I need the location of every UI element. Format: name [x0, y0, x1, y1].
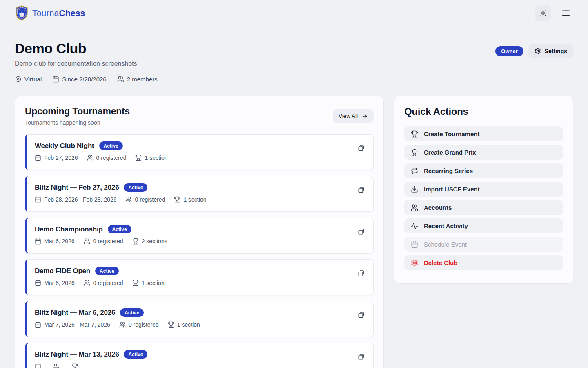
main-content: Demo Club Demo club for documentation sc… — [0, 26, 588, 368]
tournament-date-label: Mar 7, 2026 - Mar 7, 2026 — [44, 321, 110, 328]
quick-action-label: Create Grand Prix — [424, 149, 476, 156]
tournament-sections: 1 section — [132, 280, 165, 286]
quick-action-item[interactable]: Import USCF Event — [404, 182, 563, 197]
tournament-card[interactable]: Demo FIDE Open Active Mar 6, 2026 0 regi… — [25, 259, 374, 295]
tournament-registered-label: 0 registered — [129, 321, 159, 328]
gear-icon — [411, 259, 418, 267]
svg-text:♚: ♚ — [18, 10, 24, 18]
tournament-status-badge: Active — [124, 350, 147, 359]
duplicate-tournament-button[interactable] — [357, 310, 366, 319]
tournament-card[interactable]: Demo Championship Active Mar 6, 2026 0 r… — [25, 218, 374, 254]
brand-name-part1: Tourna — [32, 8, 59, 18]
location-icon — [15, 76, 22, 83]
quick-action-label: Delete Club — [424, 259, 458, 266]
quick-actions-panel: Quick Actions Create Tournament Create G… — [394, 96, 573, 284]
calendar-icon — [35, 196, 41, 203]
duplicate-tournament-button[interactable] — [357, 144, 366, 153]
header-actions — [535, 5, 573, 21]
copy-icon — [358, 228, 365, 235]
brand-name-part2: Chess — [59, 8, 85, 18]
quick-action-item[interactable]: Recent Activity — [404, 218, 563, 233]
tournament-name: Blitz Night — Feb 27, 2026 — [35, 184, 119, 192]
users-icon — [84, 280, 90, 286]
tournament-sections — [71, 363, 81, 368]
calendar-icon — [52, 76, 59, 83]
tournament-sections: 1 section — [174, 196, 206, 203]
tournament-date-label: Mar 6, 2026 — [44, 238, 75, 245]
tournament-date: Mar 6, 2026 — [35, 238, 75, 245]
club-since-label: Since 2/20/2026 — [62, 76, 106, 83]
users-icon — [87, 155, 94, 161]
tournament-card[interactable]: Weekly Club Night Active Feb 27, 2026 0 … — [25, 134, 374, 170]
trophy-icon — [132, 280, 139, 286]
quick-action-item[interactable]: Recurring Series — [404, 163, 563, 178]
settings-button[interactable]: Settings — [528, 44, 573, 58]
tournament-date: Mar 7, 2026 - Mar 7, 2026 — [35, 321, 110, 328]
club-header: Demo Club Demo club for documentation sc… — [15, 41, 573, 83]
tournament-sections: 1 section — [135, 155, 167, 161]
tournament-sections: 1 section — [168, 321, 200, 328]
sun-icon — [539, 9, 547, 17]
trophy-icon — [135, 155, 142, 161]
upcoming-subtitle: Tournaments happening soon — [25, 119, 130, 126]
users-icon — [411, 204, 418, 211]
club-members: 2 members — [117, 76, 158, 83]
duplicate-tournament-button[interactable] — [357, 352, 366, 361]
tournament-status-badge: Active — [95, 267, 119, 275]
club-location: Virtual — [15, 76, 42, 83]
trophy-icon — [411, 130, 418, 138]
view-all-button[interactable]: View All — [333, 109, 374, 123]
tournament-registered-label: 0 registered — [96, 155, 127, 161]
tournament-date-label: Feb 27, 2026 — [44, 155, 78, 161]
calendar-icon — [35, 238, 41, 245]
quick-action-item[interactable]: Create Tournament — [404, 126, 563, 141]
page-title: Demo Club — [15, 41, 158, 56]
users-icon — [119, 321, 126, 328]
quick-action-item[interactable]: Create Grand Prix — [404, 145, 563, 160]
chess-shield-logo-icon: ♚ — [15, 5, 29, 21]
arrow-right-icon — [361, 113, 368, 119]
tournament-sections-label: 1 section — [145, 155, 167, 161]
tournament-card[interactable]: Blitz Night — Feb 27, 2026 Active Feb 28… — [25, 176, 374, 212]
quick-action-label: Accounts — [424, 204, 452, 211]
users-icon — [53, 363, 60, 368]
quick-action-item[interactable]: Accounts — [404, 200, 563, 215]
upcoming-title: Upcoming Tournaments — [25, 106, 130, 117]
tournament-status-badge: Active — [99, 141, 123, 150]
trophy-icon — [132, 238, 139, 245]
calendar-icon — [411, 241, 418, 248]
tournament-sections-label: 2 sections — [142, 238, 167, 245]
tournament-card[interactable]: Blitz Night — Mar 6, 2026 Active Mar 7, … — [25, 301, 374, 337]
quick-action-item[interactable]: Delete Club — [404, 255, 563, 270]
tournament-name: Blitz Night — Mar 13, 2026 — [35, 350, 119, 359]
repeat-icon — [411, 167, 418, 175]
brand-logo[interactable]: ♚ TournaChess — [15, 5, 85, 21]
club-description: Demo club for documentation screenshots — [15, 60, 158, 67]
tournament-card[interactable]: Blitz Night — Mar 13, 2026 Active — [25, 343, 374, 368]
duplicate-tournament-button[interactable] — [357, 227, 366, 236]
tournament-name: Blitz Night — Mar 6, 2026 — [35, 309, 115, 317]
view-all-label: View All — [339, 113, 358, 119]
tournament-date — [35, 363, 44, 368]
duplicate-tournament-button[interactable] — [357, 185, 366, 194]
users-icon — [117, 76, 124, 83]
tournament-name: Demo Championship — [35, 225, 103, 233]
club-location-label: Virtual — [24, 76, 42, 83]
trophy-icon — [174, 196, 180, 203]
users-icon — [125, 196, 132, 203]
duplicate-tournament-button[interactable] — [357, 269, 366, 278]
quick-action-label: Recent Activity — [424, 222, 468, 229]
quick-action-label: Create Tournament — [424, 130, 479, 137]
import-icon — [411, 186, 418, 193]
tournament-date: Feb 28, 2026 - Feb 28, 2026 — [35, 196, 116, 203]
menu-icon — [561, 8, 571, 18]
tournament-registered: 0 registered — [84, 238, 123, 245]
tournament-sections-label: 1 section — [177, 321, 200, 328]
tournament-status-badge: Active — [108, 225, 131, 233]
club-actions: Owner Settings — [495, 44, 573, 58]
trophy-icon — [71, 363, 78, 368]
theme-toggle-button[interactable] — [535, 5, 551, 21]
club-since: Since 2/20/2026 — [52, 76, 106, 83]
tournament-registered — [53, 363, 62, 368]
menu-button[interactable] — [559, 6, 573, 20]
